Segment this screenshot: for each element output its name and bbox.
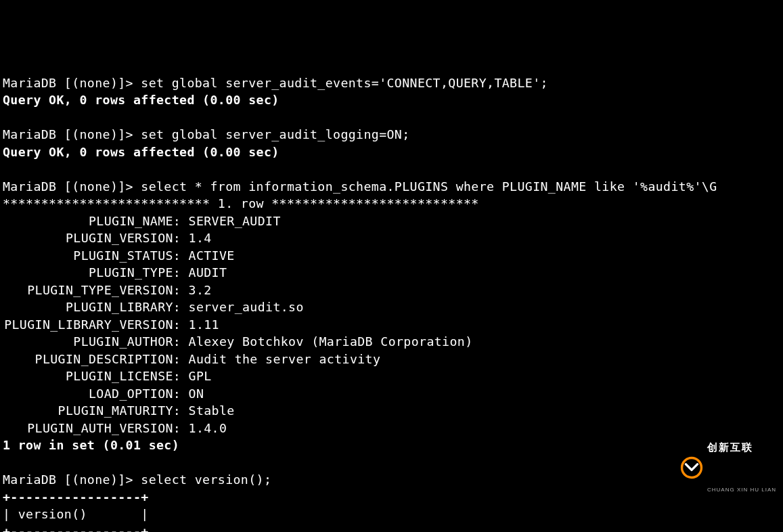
terminal-line: MariaDB [(none)]> set global server_audi… [3,126,780,143]
plugin-field: PLUGIN_STATUS: ACTIVE [3,247,780,264]
plugin-field: PLUGIN_LICENSE: GPL [3,368,780,384]
plugin-field: PLUGIN_AUTH_VERSION: 1.4.0 [3,420,780,437]
plugin-field: PLUGIN_TYPE_VERSION: 3.2 [3,282,780,298]
terminal-line: 1 row in set (0.01 sec) [3,437,780,453]
terminal-line: MariaDB [(none)]> select * from informat… [3,178,780,195]
plugin-field: PLUGIN_NAME: SERVER_AUDIT [3,213,780,229]
terminal-line: Query OK, 0 rows affected (0.00 sec) [3,143,780,160]
terminal-blank [3,160,780,177]
terminal-line: Query OK, 0 rows affected (0.00 sec) [3,91,780,108]
plugin-field: PLUGIN_AUTHOR: Alexey Botchkov (MariaDB … [3,333,780,350]
watermark: 创新互联 CHUANG XIN HU LIAN [680,408,776,529]
plugin-field: PLUGIN_MATURITY: Stable [3,402,780,419]
terminal-line: *************************** 1. row *****… [3,195,780,212]
terminal-blank [3,109,780,126]
terminal-output: MariaDB [(none)]> set global server_audi… [3,74,780,532]
terminal-line: +-----------------+ [3,523,780,532]
plugin-field: PLUGIN_DESCRIPTION: Audit the server act… [3,351,780,368]
svg-point-0 [682,458,702,478]
terminal-blank [3,454,780,471]
watermark-logo-icon [680,456,703,479]
terminal-line: MariaDB [(none)]> set global server_audi… [3,74,780,91]
plugin-field: PLUGIN_TYPE: AUDIT [3,264,780,281]
plugin-field: PLUGIN_VERSION: 1.4 [3,229,780,246]
plugin-field: PLUGIN_LIBRARY: server_audit.so [3,298,780,315]
watermark-text-en: CHUANG XIN HU LIAN [707,487,776,493]
terminal-line: +-----------------+ [3,489,780,506]
watermark-text-cn: 创新互联 [707,442,776,452]
terminal-line: MariaDB [(none)]> select version(); [3,471,780,488]
plugin-field: PLUGIN_LIBRARY_VERSION: 1.11 [3,316,780,333]
terminal-line: | version() | [3,506,780,523]
plugin-field: LOAD_OPTION: ON [3,385,780,402]
